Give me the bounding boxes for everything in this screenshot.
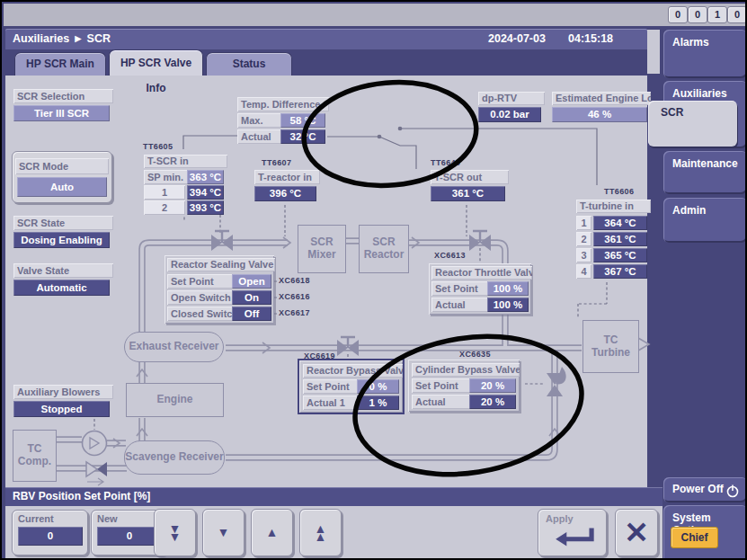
sealing-sp-value: Open	[232, 274, 271, 289]
exhaust-receiver-block: Exhaust Receiver	[124, 332, 224, 362]
sidebar-item-alarms[interactable]: Alarms	[663, 30, 747, 78]
tt6605-tag: TT6605	[143, 142, 173, 151]
scr-state-value: Dosing Enabling	[13, 232, 110, 248]
temp-diff-max-value: 58 °C	[280, 113, 325, 128]
alarm-counter-4[interactable]: 0	[727, 6, 747, 23]
xc6635-tag: XC6635	[459, 350, 491, 359]
sealing-closed-value: Off	[232, 307, 271, 321]
dp-rtv-label: dp-RTV	[478, 92, 545, 105]
xc6619-tag: XC6619	[304, 351, 335, 360]
sidebar-subitem-scr[interactable]: SCR	[648, 101, 737, 147]
temp-diff-max-label: Max.	[237, 113, 282, 128]
xc6618-tag: XC6618	[279, 276, 310, 285]
tt6606-row1-label: 1	[576, 216, 591, 230]
reactor-bypass-actual-label: Actual 1	[303, 396, 359, 410]
tc-turbine-block: TC Turbine	[582, 320, 639, 373]
user-role-badge[interactable]: Chief	[671, 527, 718, 548]
tt6606-row1-value: 364 °C	[593, 216, 647, 230]
current-label: Current	[18, 513, 54, 524]
double-up-arrow-icon: ▲▲	[315, 525, 327, 541]
title-strip	[4, 4, 747, 26]
up-arrow-icon: ▲	[266, 529, 279, 537]
cancel-button[interactable]: ✕	[615, 509, 658, 556]
sidebar-item-admin[interactable]: Admin	[663, 198, 747, 243]
tt6605-row1-value: 394 °C	[187, 185, 224, 200]
throttle-sp-label: Set Point	[431, 281, 489, 296]
scr-reactor-block: SCR Reactor	[359, 225, 409, 273]
tt6606-row3-value: 365 °C	[593, 248, 647, 262]
throttle-actual-label: Actual	[431, 298, 489, 312]
sealing-closed-label: Closed Switch	[167, 307, 234, 321]
reactor-bypass-sp-label: Set Point	[303, 379, 359, 394]
cylinder-bypass-title: Cylinder Bypass Valve	[412, 363, 520, 377]
decrease-button[interactable]: ▼	[202, 509, 245, 556]
tt6605-title: T-SCR in	[144, 155, 227, 168]
decrease-fast-button[interactable]: ▼▼	[154, 509, 196, 556]
bottom-bar-title: RBV Position Set Point [%]	[5, 487, 663, 506]
scr-mode-button[interactable]: SCR Mode Auto	[12, 151, 112, 203]
scr-mode-label: SCR Mode	[15, 158, 109, 174]
cylinder-bypass-sp-label: Set Point	[412, 378, 471, 393]
tt6640-tag: TT6640	[431, 158, 460, 167]
down-arrow-icon: ▼	[218, 529, 230, 537]
increase-button[interactable]: ▲	[251, 509, 293, 556]
new-value[interactable]: 0	[97, 527, 162, 546]
alarm-counter-1[interactable]: 0	[668, 6, 688, 23]
tt6607-title: T-reactor in	[254, 170, 320, 184]
tab-hp-scr-valve-info[interactable]: HP SCR Valve Info	[109, 49, 203, 76]
increase-fast-button[interactable]: ▲▲	[299, 509, 342, 556]
scavenge-receiver-block: Scavenge Receiver	[124, 440, 225, 475]
apply-label: Apply	[546, 513, 574, 524]
breadcrumb: Auxiliaries ► SCR	[13, 32, 111, 45]
scr-selection-label: SCR Selection	[13, 89, 113, 103]
tab-hp-scr-main[interactable]: HP SCR Main	[14, 52, 106, 76]
aux-blowers-value: Stopped	[13, 401, 110, 417]
scr-state-label: SCR State	[13, 216, 113, 230]
tab-status[interactable]: Status	[206, 52, 292, 76]
reactor-bypass-title: Reactor Bypass Valve	[303, 364, 403, 378]
valve-state-value: Automatic	[13, 280, 110, 296]
temp-diff-actual-label: Actual	[237, 129, 282, 144]
corner-fill	[646, 30, 660, 74]
power-off-label: Power Off	[672, 483, 724, 495]
alarm-counter-3[interactable]: 1	[707, 6, 727, 23]
engine-load-label: Estimated Engine Load	[552, 92, 651, 105]
scr-mixer-block: SCR Mixer	[298, 225, 346, 273]
throttle-title: Reactor Throttle Valve	[431, 266, 532, 280]
valve-state-label: Valve State	[13, 263, 113, 278]
tt6606-title: T-turbine in	[576, 200, 651, 213]
tt6606-tag: TT6606	[604, 187, 634, 196]
cylinder-bypass-actual-label: Actual	[412, 395, 471, 409]
tt6606-row3-label: 3	[576, 248, 591, 262]
xc6617-tag: XC6617	[279, 308, 310, 317]
throttle-actual-value: 100 %	[487, 298, 529, 312]
cancel-x-icon: ✕	[624, 518, 649, 547]
scr-hmi-screen: 0 0 1 0 Auxiliaries ► SCR 2024-07-03 04:…	[0, 0, 747, 560]
apply-enter-icon	[549, 526, 600, 549]
dp-rtv-value: 0.02 bar	[478, 107, 541, 122]
alarm-counter-2[interactable]: 0	[688, 6, 707, 23]
temp-difference-title: Temp. Difference	[237, 97, 329, 111]
reactor-bypass-actual-value: 1 %	[357, 396, 399, 410]
cylinder-bypass-sp-value: 20 %	[469, 378, 516, 393]
power-off-button[interactable]: Power Off	[663, 477, 747, 502]
engine-load-value: 46 %	[552, 107, 647, 122]
current-field-group: Current 0	[12, 510, 88, 556]
new-label: New	[97, 513, 118, 524]
header-time: 04:15:18	[568, 32, 613, 45]
tt6605-row2-label: 2	[144, 200, 185, 215]
tt6605-row2-value: 393 °C	[187, 200, 224, 215]
current-value: 0	[18, 527, 83, 546]
tt6606-row4-value: 367 °C	[593, 264, 647, 279]
scr-selection-value: Tier III SCR	[13, 105, 110, 121]
tt6605-row1-label: 1	[144, 185, 185, 200]
double-down-arrow-icon: ▼▼	[169, 525, 182, 541]
apply-button[interactable]: Apply	[538, 509, 607, 556]
tt6605-spmin-label: SP min.	[144, 170, 189, 184]
tt6606-row4-label: 4	[576, 264, 591, 279]
xc6616-tag: XC6616	[279, 292, 310, 301]
throttle-sp-value: 100 %	[487, 281, 529, 296]
sidebar-item-maintenance[interactable]: Maintenance	[663, 151, 747, 194]
cylinder-bypass-actual-value: 20 %	[469, 395, 516, 409]
scr-mode-value: Auto	[17, 177, 107, 197]
